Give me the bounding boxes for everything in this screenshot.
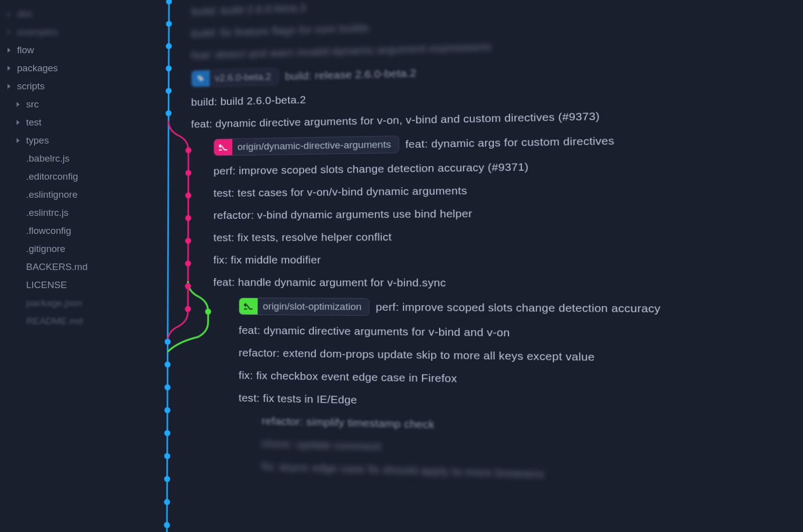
- sidebar-item-label: packages: [17, 63, 58, 74]
- commit-message: build: build 2.6.0-beta.2: [191, 93, 306, 108]
- sidebar-item-label: .flowconfig: [26, 225, 71, 236]
- sidebar-item-label: LICENSE: [26, 280, 67, 291]
- commit-message: fix: fix middle modifier: [213, 253, 321, 266]
- chevron-right-icon: [15, 119, 21, 125]
- sidebar-item-gitignore[interactable]: .gitignore: [0, 240, 141, 258]
- sidebar-item-label: flow: [17, 45, 34, 56]
- commit-message: test: fix tests in IE/Edge: [238, 391, 357, 406]
- chevron-right-icon: [6, 47, 12, 53]
- sidebar-item-label: package.json: [26, 298, 82, 309]
- sidebar-item-eslintrcjs[interactable]: .eslintrc.js: [0, 204, 141, 222]
- sidebar-item-packages[interactable]: packages: [0, 59, 141, 77]
- commit-row[interactable]: feat: handle dynamic argument for v-bind…: [141, 271, 803, 296]
- commit-message: feat: dynamic directive arguments for v-…: [191, 110, 600, 130]
- sidebar-item-label: BACKERS.md: [26, 261, 87, 273]
- commit-message: chore: update comment: [261, 437, 381, 453]
- sidebar-item-label: types: [26, 135, 49, 146]
- sidebar-item-flowconfig[interactable]: .flowconfig: [0, 222, 141, 240]
- sidebar-item-flow[interactable]: flow: [0, 41, 141, 59]
- sidebar-item-types[interactable]: types: [0, 131, 141, 150]
- git-graph-panel: build: build 2.6.0-beta.3build: fix feat…: [139, 0, 803, 532]
- commit-message: fix: async edge case fix should apply to…: [261, 460, 544, 481]
- commit-message: feat: handle dynamic argument for v-bind…: [213, 276, 446, 289]
- commit-message: build: fix feature flags for esm builds: [191, 22, 369, 39]
- sidebar-item-label: .eslintrc.js: [26, 207, 68, 218]
- file-tree-sidebar: distexamplesflowpackagesscriptssrctestty…: [0, 0, 141, 532]
- branch-badge[interactable]: ⎇origin/slot-optimization: [239, 298, 370, 316]
- sidebar-item-dist[interactable]: dist: [0, 5, 141, 23]
- commit-message: perf: improve scoped slots change detect…: [376, 301, 661, 315]
- sidebar-item-label: examples: [17, 27, 58, 38]
- sidebar-item-label: test: [26, 117, 42, 128]
- sidebar-item-label: .gitignore: [26, 243, 65, 254]
- tag-icon: [192, 70, 210, 87]
- sidebar-item-examples[interactable]: examples: [0, 23, 141, 41]
- commit-message: test: fix tests, resolve helper conflict: [213, 231, 391, 244]
- sidebar-item-test[interactable]: test: [0, 113, 141, 131]
- chevron-right-icon: [6, 11, 12, 17]
- sidebar-item-license[interactable]: LICENSE: [0, 276, 141, 294]
- sidebar-item-label: dist: [17, 9, 32, 20]
- git-branch-icon: ⎇: [239, 298, 258, 315]
- tag-label: origin/slot-optimization: [257, 298, 369, 315]
- commit-message: feat: dynamic directive arguments for v-…: [239, 324, 510, 339]
- commit-message: build: build 2.6.0-beta.3: [191, 2, 306, 18]
- commit-row[interactable]: test: fix tests, resolve helper conflict: [141, 223, 803, 249]
- sidebar-item-src[interactable]: src: [0, 95, 141, 113]
- svg-point-13: [164, 476, 170, 482]
- svg-point-15: [164, 522, 170, 528]
- chevron-right-icon: [6, 65, 12, 71]
- sidebar-item-label: .babelrc.js: [26, 153, 70, 164]
- sidebar-item-backersmd[interactable]: BACKERS.md: [0, 258, 141, 276]
- commit-message: refactor: v-bind dynamic arguments use b…: [213, 207, 472, 221]
- tag-label: v2.6.0-beta.2: [210, 68, 279, 86]
- commit-message: feat: detect and warn invalid dynamic ar…: [191, 40, 491, 61]
- chevron-right-icon: [6, 29, 12, 35]
- sidebar-item-label: .editorconfig: [26, 171, 78, 182]
- commit-message: refactor: simplify timestamp check: [261, 415, 434, 431]
- sidebar-item-editorconfig[interactable]: .editorconfig: [0, 168, 141, 186]
- sidebar-item-label: .eslintignore: [26, 189, 77, 200]
- commit-message: feat: dynamic args for custom directives: [406, 135, 615, 151]
- sidebar-item-readmemd[interactable]: README.md: [0, 312, 141, 330]
- sidebar-item-eslintignore[interactable]: .eslintignore: [0, 186, 141, 204]
- sidebar-item-label: README.md: [26, 316, 83, 327]
- tag-label: origin/dynamic-directive-arguments: [232, 136, 398, 155]
- sidebar-item-label: src: [26, 99, 39, 110]
- commit-message: perf: improve scoped slots change detect…: [213, 161, 528, 177]
- sidebar-item-scripts[interactable]: scripts: [0, 77, 141, 95]
- version-tag-badge[interactable]: v2.6.0-beta.2: [191, 68, 279, 87]
- commit-message: build: release 2.6.0-beta.2: [285, 67, 417, 82]
- chevron-right-icon: [6, 83, 12, 89]
- commit-message: fix: fix checkbox event edge case in Fir…: [238, 369, 457, 384]
- sidebar-item-label: scripts: [17, 81, 45, 92]
- sidebar-item-babelrcjs[interactable]: .babelrc.js: [0, 150, 141, 168]
- commit-message: refactor: extend dom-props update skip t…: [238, 347, 595, 364]
- commit-message: test: test cases for v-on/v-bind dynamic…: [213, 184, 467, 199]
- git-branch-icon: ⎇: [214, 139, 232, 156]
- commit-row[interactable]: fix: fix middle modifier: [141, 247, 803, 272]
- sidebar-item-packagejson[interactable]: package.json: [0, 294, 141, 312]
- branch-badge[interactable]: ⎇origin/dynamic-directive-arguments: [214, 136, 399, 156]
- svg-point-14: [164, 499, 170, 505]
- chevron-right-icon: [15, 101, 21, 107]
- chevron-right-icon: [15, 138, 21, 144]
